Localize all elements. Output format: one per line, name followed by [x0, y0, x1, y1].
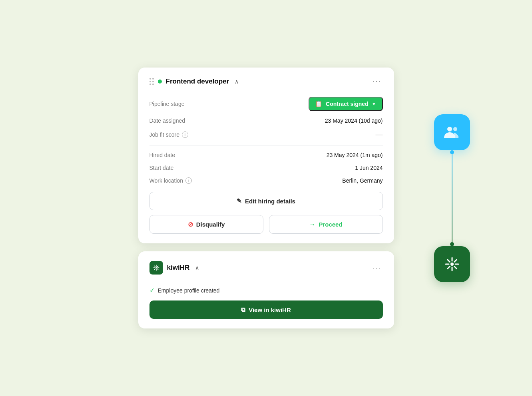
pipeline-stage-row: Pipeline stage 📋 Contract signed ▼ — [149, 94, 383, 114]
check-icon: ✓ — [149, 287, 155, 294]
card2-header-left: kiwiHR ∧ — [149, 261, 199, 275]
start-date-value: 1 Jun 2024 — [355, 165, 383, 171]
proceed-arrow-icon: → — [309, 221, 315, 228]
edit-hiring-label: Edit hiring details — [245, 198, 295, 205]
job-fit-value: — — [376, 130, 383, 139]
work-location-row: Work location i Berlin, Germany — [149, 174, 383, 187]
pencil-icon: ✎ — [237, 197, 242, 205]
proceed-button[interactable]: → Proceed — [269, 215, 383, 234]
view-kiwi-label: View in kiwiHR — [249, 306, 291, 313]
work-location-value: Berlin, Germany — [342, 177, 383, 184]
employee-status-row: ✓ Employee profile created — [149, 283, 383, 300]
connector-line — [450, 150, 454, 246]
employee-status-text: Employee profile created — [158, 287, 220, 294]
more-options-button[interactable]: ··· — [371, 77, 383, 86]
hired-date-row: Hired date 23 May 2024 (1m ago) — [149, 149, 383, 161]
work-location-info-icon[interactable]: i — [185, 177, 192, 184]
blue-app-icon — [434, 114, 470, 150]
view-in-kiwi-button[interactable]: ⧉ View in kiwiHR — [149, 300, 383, 319]
external-link-icon: ⧉ — [241, 306, 245, 313]
svg-point-9 — [447, 127, 452, 131]
job-fit-label: Job fit score i — [149, 131, 188, 138]
action-buttons-row: ⊘ Disqualify → Proceed — [149, 215, 383, 234]
green-app-icon — [434, 246, 470, 282]
card1-title: Frontend developer — [166, 78, 229, 86]
drag-handle-icon[interactable] — [149, 78, 154, 85]
svg-line-6 — [157, 269, 158, 269]
proceed-label: Proceed — [319, 221, 342, 228]
card2-header: kiwiHR ∧ ··· — [149, 261, 383, 275]
chevron-up-icon[interactable]: ∧ — [235, 78, 239, 85]
svg-line-19 — [447, 266, 450, 269]
date-assigned-label: Date assigned — [149, 117, 185, 124]
contract-icon: 📋 — [315, 100, 323, 107]
svg-point-0 — [155, 267, 157, 268]
connector-dot-top — [450, 150, 454, 154]
status-dot — [158, 80, 162, 84]
svg-line-17 — [454, 266, 456, 269]
connector-line-segment — [452, 154, 452, 242]
svg-line-16 — [447, 259, 450, 262]
job-fit-row: Job fit score i — — [149, 127, 383, 142]
card2-chevron-icon[interactable]: ∧ — [195, 265, 199, 271]
svg-point-10 — [453, 127, 457, 131]
card2-title: kiwiHR — [167, 264, 190, 272]
start-date-label: Start date — [149, 165, 174, 171]
hired-date-value: 23 May 2024 (1m ago) — [327, 152, 383, 158]
svg-line-7 — [157, 266, 158, 267]
pipeline-label: Pipeline stage — [149, 101, 185, 107]
scene: Frontend developer ∧ ··· Pipeline stage … — [46, 18, 486, 378]
pipeline-badge-button[interactable]: 📋 Contract signed ▼ — [309, 97, 383, 111]
disqualify-label: Disqualify — [196, 221, 225, 228]
connector-dot-bottom — [450, 242, 454, 246]
hired-date-label: Hired date — [149, 152, 175, 158]
disqualify-icon: ⊘ — [188, 221, 193, 228]
svg-line-18 — [454, 259, 456, 262]
work-location-label: Work location i — [149, 177, 192, 184]
svg-line-5 — [154, 266, 155, 267]
right-side-connectors — [434, 114, 470, 282]
frontend-developer-card: Frontend developer ∧ ··· Pipeline stage … — [138, 68, 394, 243]
start-date-row: Start date 1 Jun 2024 — [149, 161, 383, 174]
date-assigned-value: 23 May 2024 (10d ago) — [325, 117, 383, 124]
card1-header-left: Frontend developer ∧ — [149, 78, 239, 86]
svg-line-8 — [154, 269, 155, 269]
job-fit-info-icon[interactable]: i — [182, 131, 188, 138]
kiwi-hr-card: kiwiHR ∧ ··· ✓ Employee profile created … — [138, 251, 394, 328]
date-assigned-row: Date assigned 23 May 2024 (10d ago) — [149, 114, 383, 127]
divider — [149, 145, 383, 145]
cards-column: Frontend developer ∧ ··· Pipeline stage … — [138, 68, 394, 328]
svg-point-11 — [450, 263, 454, 266]
disqualify-button[interactable]: ⊘ Disqualify — [149, 215, 263, 234]
card2-more-options-button[interactable]: ··· — [371, 264, 383, 272]
card1-header: Frontend developer ∧ ··· — [149, 77, 383, 86]
edit-hiring-details-button[interactable]: ✎ Edit hiring details — [149, 192, 383, 210]
badge-dropdown-icon: ▼ — [372, 101, 377, 107]
pipeline-badge-label: Contract signed — [326, 101, 369, 107]
kiwi-logo-icon — [149, 261, 163, 275]
